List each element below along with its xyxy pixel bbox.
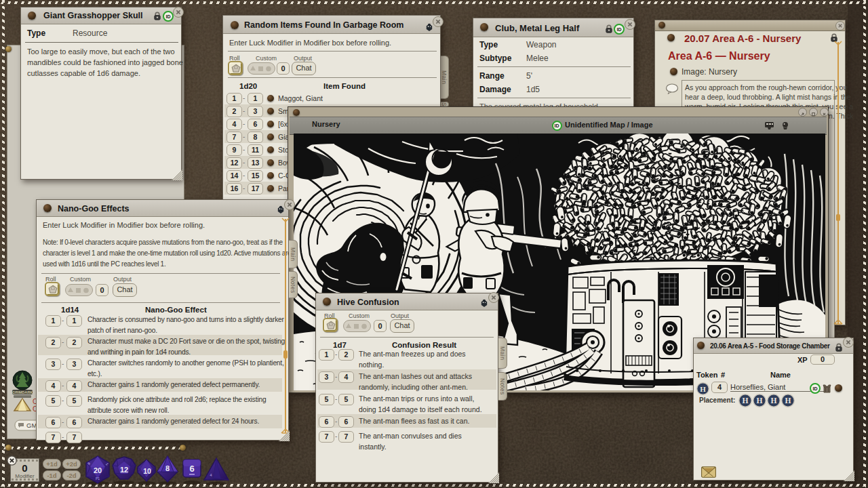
svg-text:10: 10 [143,467,151,475]
svg-text:6: 6 [189,464,194,474]
svg-text:H: H [771,396,777,405]
svg-text:GRIMDARK: GRIMDARK [12,390,33,394]
svg-text:4: 4 [210,473,212,477]
svg-text:12: 12 [120,466,128,474]
svg-text:20: 20 [94,466,102,474]
svg-text:P1: P1 [96,476,100,481]
svg-text:H: H [757,396,763,405]
svg-text:H: H [743,396,749,405]
svg-text:8: 8 [165,464,170,472]
svg-text:H: H [700,385,706,393]
svg-text:H: H [785,396,791,405]
